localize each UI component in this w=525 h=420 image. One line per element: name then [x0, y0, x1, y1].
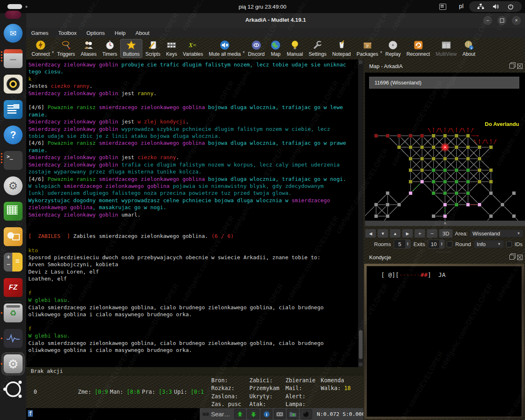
map-room-info[interactable]: 11696 (Wissenland): [369, 77, 519, 89]
keyboard-layout-icon[interactable]: [439, 4, 446, 10]
toolbar-timers-button[interactable]: Timers: [100, 39, 120, 58]
console-text-segment: Loathen, elf: [28, 276, 67, 282]
map-nav-button-0[interactable]: ◀: [365, 229, 376, 238]
map-graph[interactable]: Do Averlandu: [365, 73, 525, 226]
language-indicator[interactable]: pl: [459, 3, 463, 9]
area-dropdown[interactable]: Wissenland ▼: [470, 229, 523, 237]
menu-options[interactable]: Options: [87, 30, 105, 36]
toolbar-triggers-button[interactable]: Triggers: [54, 39, 78, 58]
map-float-icon[interactable]: [509, 64, 514, 68]
dock-system-settings[interactable]: ⚙: [4, 354, 23, 373]
toolbar-dropdown-arrow-icon[interactable]: ▾: [52, 50, 54, 54]
map-panel-header[interactable]: Map - ArkadiA: [363, 61, 525, 71]
system-tray[interactable]: [469, 1, 522, 12]
dock-terminal[interactable]: >_: [4, 151, 23, 170]
dock-thunderbird[interactable]: ✉: [4, 24, 23, 43]
map-canvas[interactable]: Do Averlandu 11696 (Wissenland) ∧: [365, 73, 525, 226]
map-nav-button-3[interactable]: ▶: [402, 229, 413, 238]
search-label[interactable]: Sear…: [211, 411, 230, 418]
kondycje-close-icon[interactable]: [517, 255, 523, 260]
toolbar-mute-button[interactable]: Mute all media: [206, 39, 244, 58]
map-nav-button-2[interactable]: ▲: [390, 229, 401, 238]
scrollbar-thumb[interactable]: [359, 330, 363, 359]
toolbar-variables-button[interactable]: X=Variables: [180, 39, 206, 58]
info-dropdown[interactable]: Info ▼: [474, 240, 504, 248]
main-console[interactable]: Smierdzacy zielonkawy goblin probuje cie…: [26, 59, 358, 367]
dock-lo-calc[interactable]: [4, 202, 23, 221]
toolbar-settings-button[interactable]: Settings: [306, 39, 329, 58]
toolbar-scripts-button[interactable]: Scripts: [142, 39, 163, 58]
minimize-button[interactable]: −: [483, 16, 492, 25]
console-text-segment: Smierdzacy zielonkawy goblin: [28, 212, 118, 218]
menu-about[interactable]: About: [135, 30, 149, 36]
dock-lo-impress[interactable]: [4, 227, 23, 246]
toolbar-connect-button[interactable]: Connect: [29, 39, 53, 58]
toolbar-label: Mute all media: [209, 51, 241, 57]
maximize-button[interactable]: [498, 16, 507, 25]
toolbar-aliases-button[interactable]: Aliases: [78, 39, 100, 58]
map-nav-button-1[interactable]: ▼: [377, 229, 388, 238]
ids-checkbox[interactable]: [506, 241, 512, 247]
console-scrollbar[interactable]: [358, 59, 363, 367]
kondycje-panel: [ @][------##] JA: [364, 264, 524, 419]
toolbar-manual-button[interactable]: Manual: [284, 39, 306, 58]
toolbar-discord-button[interactable]: Discord: [245, 39, 268, 58]
toolbar-packages-button[interactable]: PPackages: [354, 39, 381, 58]
variables-icon: X=: [187, 40, 198, 50]
console-text-segment: umarl.: [118, 212, 141, 218]
map-bottom-strip[interactable]: ∧: [365, 221, 525, 226]
window-titlebar[interactable]: ArkadiA - Mudlet 4.19.1 − ×: [26, 13, 525, 28]
system-clock[interactable]: pią 12 gru 23:49:00: [0, 4, 525, 10]
dock-trash[interactable]: ♻: [4, 304, 23, 322]
dock-rhythmbox[interactable]: [4, 75, 23, 94]
dock-lo-writer[interactable]: [4, 100, 23, 119]
dock-help[interactable]: ?: [4, 126, 23, 144]
dock-partial-app-icon[interactable]: [5, 11, 21, 19]
command-input[interactable]: f: [26, 408, 200, 420]
toolbar-replay-button[interactable]: Replay: [383, 39, 404, 58]
ambient-light-button[interactable]: [300, 409, 312, 419]
scrollbar-up-cap[interactable]: [359, 60, 363, 64]
console-line: kto: [28, 247, 358, 254]
toolbar-notepad-button[interactable]: Notepad: [329, 39, 354, 58]
toolbar-reconnect-button[interactable]: Reconnect: [404, 39, 433, 58]
kondycje-float-icon[interactable]: [509, 255, 514, 260]
round-checkbox[interactable]: [447, 241, 452, 247]
replay-cassette-button[interactable]: [274, 409, 285, 419]
mudlet-window: ArkadiA - Mudlet 4.19.1 − × GamesToolbox…: [26, 13, 525, 420]
dock-monitor[interactable]: [4, 329, 23, 348]
info-button[interactable]: i: [261, 409, 272, 419]
toolbar-multiview-button[interactable]: MultiView: [433, 39, 459, 58]
menu-toolbox[interactable]: Toolbox: [58, 30, 77, 36]
console-text-segment: f: [28, 290, 32, 296]
status-grid-cell: Zbieranie: [285, 377, 321, 384]
gear-icon: ⚙: [4, 176, 23, 195]
map-3d-button[interactable]: 3D: [439, 229, 453, 238]
toolbar-keys-button[interactable]: Keys: [163, 39, 180, 58]
toolbar-dropdown-arrow-icon[interactable]: ▾: [380, 50, 382, 54]
console-line: Smierdzacy zielonkawy goblin umarl.: [28, 211, 358, 218]
map-nav-button-4[interactable]: +: [414, 229, 425, 238]
search-up-button[interactable]: [234, 409, 246, 419]
dock-ubuntu[interactable]: [4, 380, 23, 399]
search-down-button[interactable]: [247, 409, 259, 419]
log-folder-button[interactable]: [287, 409, 299, 419]
dock-files[interactable]: [4, 49, 23, 68]
kondycje-panel-header[interactable]: Kondycje: [363, 252, 525, 262]
menu-games[interactable]: Games: [31, 30, 48, 36]
toolbar-dropdown-arrow-icon[interactable]: ▾: [243, 50, 245, 54]
menu-help[interactable]: Help: [115, 30, 126, 36]
dock-calculator[interactable]: =: [4, 253, 23, 272]
close-button[interactable]: ×: [512, 16, 521, 25]
dock-filezilla[interactable]: FZ: [4, 278, 23, 297]
toolbar-about-button[interactable]: iAbout: [459, 39, 478, 58]
toolbar-buttons-button[interactable]: Buttons: [120, 39, 143, 58]
exits-spinbox[interactable]: 10▲▼: [428, 240, 445, 249]
rooms-spinbox[interactable]: 5▲▼: [394, 240, 411, 249]
dock-settings[interactable]: ⚙: [4, 176, 23, 195]
toolbar-map-button[interactable]: Map: [267, 39, 284, 58]
map-nav-button-5[interactable]: −: [427, 229, 438, 238]
map-close-icon[interactable]: [517, 64, 523, 69]
console-line: Smierdzacy zielonkawy goblin jest w zlej…: [28, 118, 358, 125]
scrollbar-down-cap[interactable]: [359, 363, 363, 366]
